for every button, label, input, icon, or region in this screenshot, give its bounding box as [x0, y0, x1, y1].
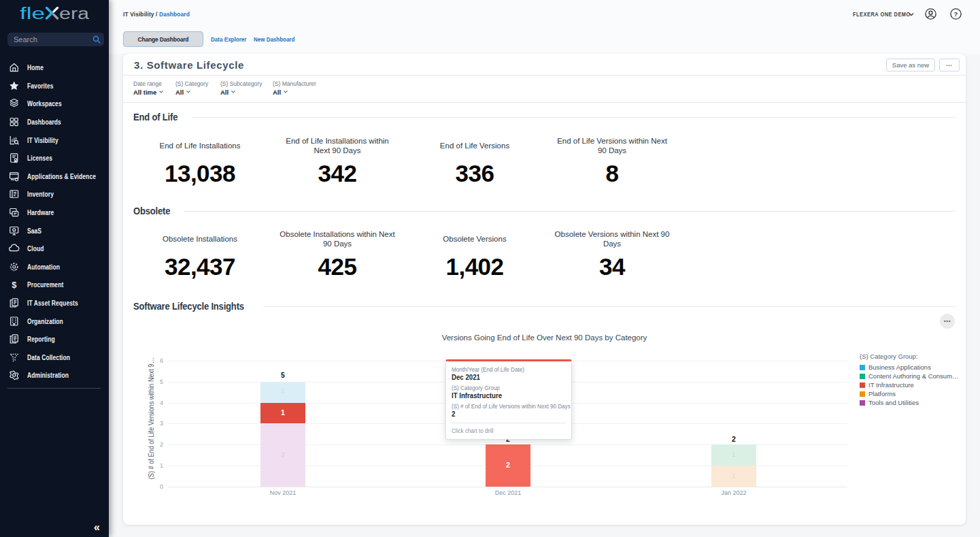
svg-text:$: $ — [12, 280, 16, 290]
svg-text:?: ? — [953, 10, 958, 18]
svg-text:fle: fle — [20, 5, 45, 22]
svg-text:era: era — [59, 5, 89, 22]
